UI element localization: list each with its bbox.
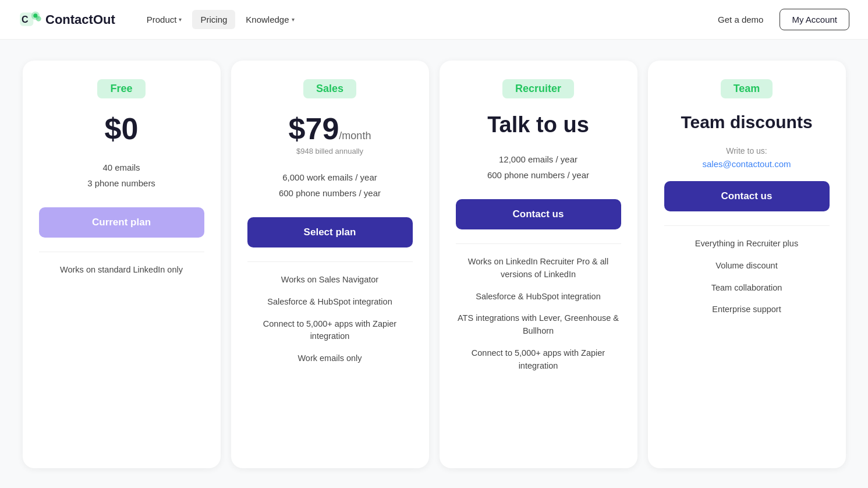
features-free: Works on standard LinkedIn only [39,264,204,286]
price-recruiter: Talk to us [487,112,589,137]
price-team: Team discounts [681,112,812,132]
svg-text:C: C [22,15,29,24]
feature-sales-4: Work emails only [247,352,413,365]
price-block-sales: $79/month $948 billed annually [289,112,371,155]
feature-recruiter-3: ATS integrations with Lever, Greenhouse … [456,312,621,338]
badge-team: Team [721,79,773,98]
feature-team-4: Enterprise support [664,303,830,316]
nav-pricing-label: Pricing [200,15,227,24]
badge-free: Free [97,79,145,98]
plan-card-team: Team Team discounts Write to us: sales@c… [648,61,846,468]
nav-product-label: Product [147,15,177,24]
price-block-recruiter: Talk to us [487,112,589,137]
price-block-team: Team discounts [681,112,812,132]
quota-recruiter: 12,000 emails / year 600 phone numbers /… [487,151,589,183]
price-block-free: $0 [105,112,139,146]
quota-free-line2: 3 phone numbers [87,175,155,191]
navbar: C ContactOut Product ▾ Pricing Knowledge… [0,0,868,40]
logo-icon: C [19,10,42,29]
nav-pricing[interactable]: Pricing [192,10,235,29]
nav-knowledge[interactable]: Knowledge ▾ [238,10,302,29]
feature-sales-3: Connect to 5,000+ apps with Zapier integ… [247,318,413,344]
quota-recruiter-line2: 600 phone numbers / year [487,167,589,183]
quota-recruiter-line1: 12,000 emails / year [487,151,589,167]
write-to-us-block: Write to us: sales@contactout.com [703,146,791,169]
feature-team-1: Everything in Recruiter plus [664,238,830,250]
price-sales-period: /month [339,130,371,142]
features-sales: Works on Sales Navigator Salesforce & Hu… [247,274,413,374]
feature-recruiter-2: Salesforce & HubSpot integration [456,291,621,303]
chevron-down-icon-2: ▾ [292,16,295,23]
sales-email-link[interactable]: sales@contactout.com [703,159,791,169]
logo-text: ContactOut [45,12,115,27]
divider-team [664,225,830,226]
divider-recruiter [456,243,621,244]
feature-free-1: Works on standard LinkedIn only [39,264,204,277]
quota-free: 40 emails 3 phone numbers [87,160,155,191]
quota-free-line1: 40 emails [87,160,155,175]
quota-sales: 6,000 work emails / year 600 phone numbe… [279,169,381,201]
current-plan-button[interactable]: Current plan [39,207,204,238]
divider-sales [247,261,413,262]
nav-knowledge-label: Knowledge [246,15,289,24]
write-to-us-label: Write to us: [703,146,791,155]
feature-sales-2: Salesforce & HubSpot integration [247,296,413,309]
features-recruiter: Works on LinkedIn Recruiter Pro & all ve… [456,256,621,381]
nav-product[interactable]: Product ▾ [139,10,190,29]
features-team: Everything in Recruiter plus Volume disc… [664,238,830,326]
contact-us-button-team[interactable]: Contact us [664,181,830,211]
svg-point-4 [36,16,41,21]
get-demo-link[interactable]: Get a demo [711,10,770,29]
plan-card-free: Free $0 40 emails 3 phone numbers Curren… [23,61,221,468]
badge-recruiter: Recruiter [502,79,574,98]
contact-us-button-recruiter[interactable]: Contact us [456,199,621,229]
price-sales: $79/month [289,112,371,146]
my-account-button[interactable]: My Account [780,9,849,30]
badge-sales: Sales [303,79,356,98]
quota-sales-line2: 600 phone numbers / year [279,185,381,201]
plan-card-recruiter: Recruiter Talk to us 12,000 emails / yea… [440,61,637,468]
feature-sales-1: Works on Sales Navigator [247,274,413,287]
pricing-section: Free $0 40 emails 3 phone numbers Curren… [0,40,868,488]
feature-team-3: Team collaboration [664,282,830,295]
quota-sales-line1: 6,000 work emails / year [279,169,381,185]
feature-recruiter-1: Works on LinkedIn Recruiter Pro & all ve… [456,256,621,281]
logo[interactable]: C ContactOut [19,10,115,29]
chevron-down-icon: ▾ [179,16,182,23]
nav-right: Get a demo My Account [711,9,849,30]
price-sales-annual: $948 billed annually [289,147,371,155]
feature-team-2: Volume discount [664,260,830,273]
select-plan-button[interactable]: Select plan [247,217,413,247]
feature-recruiter-4: Connect to 5,000+ apps with Zapier integ… [456,347,621,373]
nav-links: Product ▾ Pricing Knowledge ▾ [139,10,711,29]
price-free: $0 [105,112,139,146]
plan-card-sales: Sales $79/month $948 billed annually 6,0… [231,61,429,468]
price-sales-amount: $79 [289,112,339,146]
divider-free [39,252,204,252]
